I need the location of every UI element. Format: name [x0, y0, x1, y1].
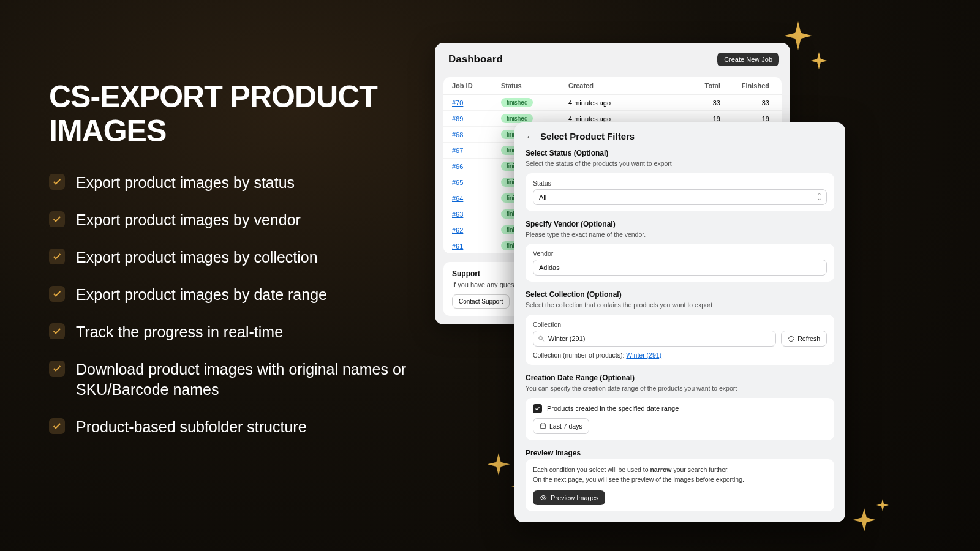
refresh-label: Refresh	[797, 335, 820, 342]
eye-icon	[540, 494, 547, 501]
job-id-link[interactable]: #61	[452, 242, 463, 250]
job-id-link[interactable]: #63	[452, 211, 463, 218]
vendor-sub: Please type the exact name of the vendor…	[526, 230, 834, 239]
total-cell: 19	[669, 115, 724, 122]
sparkle-icon	[809, 52, 829, 73]
col-job-id: Job ID	[452, 82, 501, 89]
date-checkbox-label: Products created in the specified date r…	[547, 405, 679, 412]
check-icon	[535, 406, 540, 411]
status-badge: finished	[501, 114, 533, 123]
refresh-button[interactable]: Refresh	[781, 331, 827, 347]
feature-text: Product-based subfolder structure	[76, 417, 307, 437]
feature-text: Export product images by vendor	[76, 210, 301, 230]
created-cell: 4 minutes ago	[568, 99, 669, 107]
vendor-label: Vendor	[533, 250, 827, 257]
preview-heading: Preview Images	[526, 449, 834, 457]
feature-text: Download product images with original na…	[76, 359, 417, 400]
col-finished: Finished	[724, 82, 773, 89]
job-id-link[interactable]: #69	[452, 115, 463, 122]
feature-text: Track the progress in real-time	[76, 322, 283, 342]
sparkle-icon	[850, 508, 878, 536]
date-range-button[interactable]: Last 7 days	[533, 418, 589, 434]
collection-heading: Select Collection (Optional)	[526, 290, 834, 299]
collection-search-input[interactable]	[533, 331, 776, 347]
refresh-icon	[788, 335, 794, 342]
feature-text: Export product images by date range	[76, 285, 327, 305]
date-heading: Creation Date Range (Optional)	[526, 373, 834, 382]
dashboard-title: Dashboard	[448, 53, 503, 66]
preview-button-label: Preview Images	[551, 494, 598, 501]
filters-title: Select Product Filters	[540, 131, 635, 141]
collection-link[interactable]: Winter (291)	[626, 351, 662, 359]
date-range-label: Last 7 days	[549, 422, 582, 430]
check-icon	[49, 249, 65, 264]
status-sub: Select the status of the products you wa…	[526, 159, 834, 168]
search-icon	[538, 335, 545, 342]
collection-label: Collection	[533, 321, 827, 328]
date-sub: You can specify the creation date range …	[526, 384, 834, 393]
collection-link-prefix: Collection (number of products):	[533, 351, 626, 359]
job-id-link[interactable]: #66	[452, 163, 463, 170]
check-icon	[49, 211, 65, 227]
sparkle-icon	[875, 499, 890, 514]
back-icon[interactable]: ←	[526, 132, 534, 141]
status-badge: finished	[501, 98, 533, 107]
check-icon	[49, 174, 65, 190]
status-label: Status	[533, 179, 827, 187]
feature-item: Export product images by collection	[49, 247, 417, 268]
feature-item: Product-based subfolder structure	[49, 417, 417, 437]
feature-list: Export product images by statusExport pr…	[49, 173, 417, 437]
feature-text: Export product images by status	[76, 173, 295, 193]
check-icon	[49, 361, 65, 377]
feature-item: Track the progress in real-time	[49, 322, 417, 342]
select-chevrons-icon: ⌃⌄	[817, 193, 822, 200]
preview-images-button[interactable]: Preview Images	[533, 490, 605, 505]
check-icon	[49, 323, 65, 339]
svg-point-6	[543, 497, 545, 499]
status-select[interactable]: All	[533, 189, 827, 205]
vendor-input[interactable]	[533, 260, 827, 276]
finished-cell: 19	[724, 115, 773, 122]
table-row: #70finished4 minutes ago3333	[443, 95, 782, 111]
check-icon	[49, 286, 65, 302]
finished-cell: 33	[724, 99, 773, 107]
svg-rect-2	[540, 424, 545, 429]
col-total: Total	[669, 82, 724, 89]
contact-support-button[interactable]: Contact Support	[452, 294, 510, 309]
filters-panel: ← Select Product Filters Select Status (…	[514, 122, 845, 522]
job-id-link[interactable]: #67	[452, 147, 463, 154]
collection-sub: Select the collection that contains the …	[526, 301, 834, 310]
sparkle-icon	[485, 453, 512, 480]
calendar-icon	[540, 422, 546, 429]
svg-point-0	[539, 336, 543, 340]
date-checkbox[interactable]	[533, 404, 542, 413]
feature-item: Download product images with original na…	[49, 359, 417, 400]
create-job-button[interactable]: Create New Job	[717, 53, 779, 66]
col-status: Status	[501, 82, 568, 89]
vendor-heading: Specify Vendor (Optional)	[526, 220, 834, 228]
total-cell: 33	[669, 99, 724, 107]
feature-text: Export product images by collection	[76, 247, 318, 268]
status-heading: Select Status (Optional)	[526, 149, 834, 157]
feature-item: Export product images by status	[49, 173, 417, 193]
col-created: Created	[568, 82, 669, 89]
job-id-link[interactable]: #62	[452, 227, 463, 234]
job-id-link[interactable]: #70	[452, 99, 463, 107]
page-title: CS-EXPORT PRODUCT IMAGES	[49, 80, 417, 148]
svg-line-1	[542, 339, 544, 341]
job-id-link[interactable]: #68	[452, 131, 463, 138]
job-id-link[interactable]: #65	[452, 179, 463, 186]
feature-item: Export product images by date range	[49, 285, 417, 305]
feature-item: Export product images by vendor	[49, 210, 417, 230]
created-cell: 4 minutes ago	[568, 115, 669, 122]
check-icon	[49, 418, 65, 434]
preview-description: Each condition you select will be used t…	[533, 465, 827, 485]
hero-section: CS-EXPORT PRODUCT IMAGES Export product …	[49, 80, 417, 437]
job-id-link[interactable]: #64	[452, 195, 463, 202]
